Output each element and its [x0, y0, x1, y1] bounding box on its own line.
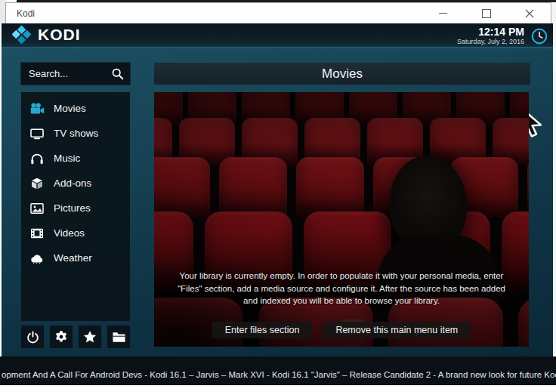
window-titlebar: Kodi [5, 2, 551, 23]
sidebar-item-tv-shows[interactable]: TV shows [21, 121, 130, 146]
headphones-icon [29, 153, 45, 165]
kodi-logo-text: KODI [38, 26, 81, 44]
sidebar-item-label: Weather [54, 252, 92, 264]
addon-box-icon [29, 177, 45, 190]
favorites-button[interactable] [79, 326, 101, 348]
minimize-button[interactable] [422, 3, 465, 23]
desktop-bottom-edge [0, 385, 556, 392]
sidebar-menu: Movies TV shows Music [21, 92, 130, 321]
movie-camera-icon [29, 103, 45, 115]
clock-time: 12:14 PM [457, 26, 524, 38]
clock-date: Saturday, July 2, 2016 [457, 38, 524, 45]
page-titlebar: Movies [154, 63, 530, 85]
sidebar-footer-buttons [21, 326, 130, 348]
empty-library-message: Your library is currently empty. In orde… [171, 270, 512, 307]
file-manager-folder-icon [112, 331, 126, 344]
power-button[interactable] [21, 326, 44, 348]
search-icon[interactable] [111, 67, 124, 80]
kodi-logo-icon [12, 25, 32, 45]
sidebar-item-label: Movies [54, 103, 86, 114]
search-input[interactable]: Search... [21, 63, 130, 85]
sidebar-item-movies[interactable]: Movies [21, 96, 130, 121]
sidebar-item-weather[interactable]: Weather [21, 245, 130, 270]
theater-image: Your library is currently empty. In orde… [154, 92, 529, 347]
search-placeholder: Search... [29, 68, 68, 79]
tv-icon [29, 128, 45, 140]
sidebar-item-label: TV shows [54, 128, 98, 139]
remove-menu-item-button[interactable]: Remove this main menu item [323, 322, 471, 338]
kodi-header: KODI 12:14 PM Saturday, July 2, 2016 [2, 23, 553, 48]
window-title: Kodi [17, 8, 35, 19]
sidebar-item-label: Videos [54, 227, 85, 239]
empty-library-buttons: Enter files section Remove this main men… [154, 322, 529, 338]
clock-block: 12:14 PM Saturday, July 2, 2016 [457, 26, 524, 45]
sidebar-item-music[interactable]: Music [21, 146, 130, 171]
sidebar-item-label: Pictures [54, 202, 91, 214]
image-shading-overlay [154, 92, 529, 347]
picture-icon [29, 202, 45, 215]
power-icon [26, 331, 39, 344]
settings-gear-icon [54, 330, 68, 344]
kodi-logo: KODI [12, 25, 81, 45]
sidebar-item-label: Add-ons [54, 177, 91, 189]
window-controls [422, 3, 551, 23]
sidebar-item-videos[interactable]: Videos [21, 221, 130, 245]
weather-cloud-icon [29, 252, 45, 264]
page-title: Movies [322, 66, 363, 82]
sidebar-item-pictures[interactable]: Pictures [21, 196, 130, 221]
enter-files-button[interactable]: Enter files section [212, 322, 313, 338]
maximize-button[interactable] [465, 3, 508, 23]
rss-ticker: opment And A Call For Android Devs - Kod… [0, 357, 556, 385]
minimize-icon [439, 13, 447, 14]
sidebar-item-label: Music [54, 153, 80, 164]
clock-icon [531, 28, 548, 45]
rss-ticker-text: opment And A Call For Android Devs - Kod… [2, 370, 556, 379]
maximize-icon [482, 9, 491, 18]
file-manager-button[interactable] [107, 326, 130, 348]
favorites-star-icon [83, 330, 97, 344]
sidebar-item-add-ons[interactable]: Add-ons [21, 171, 130, 196]
film-strip-icon [29, 227, 45, 239]
settings-button[interactable] [50, 326, 73, 348]
close-icon [525, 9, 534, 18]
kodi-window: KODI 12:14 PM Saturday, July 2, 2016 Sea… [2, 23, 553, 357]
close-button[interactable] [508, 3, 551, 23]
